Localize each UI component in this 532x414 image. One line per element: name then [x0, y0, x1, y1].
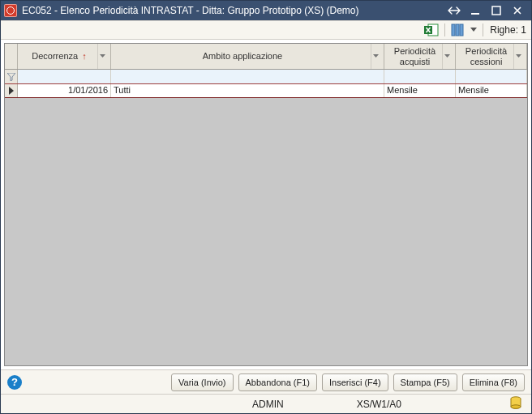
grid-header: Decorrenza ↑ Ambito applicazione Periodi…: [5, 44, 527, 70]
svg-rect-6: [460, 24, 463, 36]
rows-label: Righe: 1: [488, 24, 526, 36]
column-label: Decorrenza: [32, 51, 78, 61]
varia-button[interactable]: Varia (Invio): [171, 373, 233, 391]
help-button[interactable]: ?: [7, 375, 22, 390]
abbandona-button[interactable]: Abbandona (F1): [238, 373, 318, 391]
column-header-ambito[interactable]: Ambito applicazione: [111, 44, 384, 69]
toolbar: Righe: 1: [1, 20, 531, 40]
svg-rect-5: [456, 24, 459, 36]
inserisci-button[interactable]: Inserisci (F4): [322, 373, 388, 391]
stampa-button[interactable]: Stampa (F5): [393, 373, 457, 391]
column-label: Periodicità acquisti: [388, 46, 442, 66]
toolbar-separator: [444, 23, 445, 36]
grid-empty-area: [5, 98, 527, 365]
column-label: Ambito applicazione: [114, 51, 371, 61]
button-bar: ? Varia (Invio) Abbandona (F1) Inserisci…: [1, 369, 531, 394]
status-bar: ADMIN XS/W1/A0: [1, 394, 531, 413]
column-settings-button[interactable]: [450, 23, 466, 37]
app-icon: [4, 4, 17, 17]
export-excel-button[interactable]: [423, 23, 440, 37]
row-handle-header: [5, 44, 18, 69]
column-filter-dropdown[interactable]: [513, 44, 523, 69]
column-filter-dropdown[interactable]: [97, 44, 107, 69]
svg-rect-1: [492, 6, 500, 15]
sort-ascending-icon: ↑: [82, 51, 87, 61]
data-grid: Decorrenza ↑ Ambito applicazione Periodi…: [4, 43, 528, 366]
column-label: Periodicità cessioni: [459, 46, 513, 66]
minimize-button[interactable]: [465, 2, 486, 19]
cell-decorrenza[interactable]: 1/01/2016: [18, 84, 111, 97]
cell-periodicita-acquisti[interactable]: Mensile: [384, 84, 456, 97]
row-indicator-current-icon: [5, 84, 18, 97]
svg-point-8: [511, 405, 521, 408]
maximize-button[interactable]: [486, 2, 507, 19]
filter-input-decorrenza[interactable]: [18, 70, 111, 83]
column-header-periodicita-cessioni[interactable]: Periodicità cessioni: [456, 44, 527, 69]
column-settings-dropdown[interactable]: [470, 23, 478, 37]
titlebar: EC052 - Elenco Periodicità INTRASTAT - D…: [1, 1, 531, 20]
resize-horizontal-icon[interactable]: [444, 2, 465, 19]
filter-input-ambito[interactable]: [111, 70, 384, 83]
filter-input-periodicita-acquisti[interactable]: [384, 70, 456, 83]
toolbar-separator: [483, 23, 483, 36]
status-path: XS/W1/A0: [349, 399, 410, 410]
window-title: EC052 - Elenco Periodicità INTRASTAT - D…: [22, 5, 444, 16]
table-row[interactable]: 1/01/2016 Tutti Mensile Mensile: [5, 84, 527, 98]
elimina-button[interactable]: Elimina (F8): [462, 373, 525, 391]
column-filter-dropdown[interactable]: [442, 44, 452, 69]
grid-filter-row: [5, 70, 527, 84]
cell-periodicita-cessioni[interactable]: Mensile: [456, 84, 527, 97]
cell-ambito[interactable]: Tutti: [111, 84, 384, 97]
column-header-decorrenza[interactable]: Decorrenza ↑: [18, 44, 111, 69]
filter-input-periodicita-cessioni[interactable]: [456, 70, 527, 83]
svg-rect-0: [471, 13, 479, 15]
database-icon: [510, 396, 531, 412]
status-user: ADMIN: [244, 399, 292, 410]
svg-rect-4: [452, 24, 455, 36]
filter-icon[interactable]: [5, 70, 18, 83]
app-window: EC052 - Elenco Periodicità INTRASTAT - D…: [0, 0, 532, 414]
column-header-periodicita-acquisti[interactable]: Periodicità acquisti: [384, 44, 456, 69]
column-filter-dropdown[interactable]: [371, 44, 380, 69]
close-button[interactable]: [507, 2, 528, 19]
